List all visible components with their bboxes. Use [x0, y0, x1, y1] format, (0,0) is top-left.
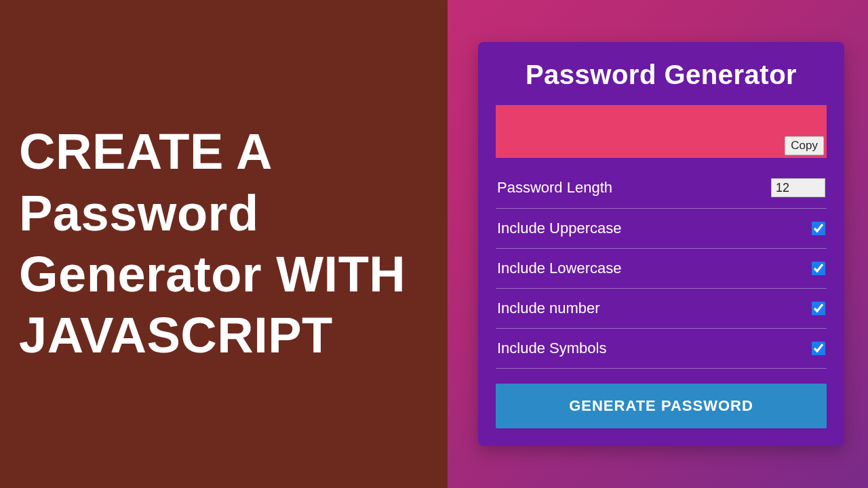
row-length: Password Length [496, 167, 827, 209]
row-lowercase: Include Lowercase [496, 249, 827, 289]
uppercase-checkbox[interactable] [812, 222, 825, 235]
number-label: Include number [497, 300, 600, 317]
uppercase-label: Include Uppercase [497, 220, 621, 237]
length-input[interactable] [771, 178, 825, 197]
generator-card: Password Generator Copy Password Length … [478, 42, 844, 446]
row-number: Include number [496, 289, 827, 329]
symbols-label: Include Symbols [497, 340, 606, 357]
right-panel: Password Generator Copy Password Length … [448, 0, 868, 488]
left-panel: CREATE A Password Generator WITH JAVASCR… [0, 0, 448, 488]
symbols-checkbox[interactable] [812, 342, 825, 355]
copy-button[interactable]: Copy [785, 136, 824, 155]
password-output: Copy [496, 105, 827, 158]
lowercase-checkbox[interactable] [812, 262, 825, 275]
length-label: Password Length [497, 179, 612, 197]
row-symbols: Include Symbols [496, 329, 827, 369]
page: CREATE A Password Generator WITH JAVASCR… [0, 0, 868, 488]
generate-button[interactable]: GENERATE PASSWORD [496, 384, 827, 428]
card-title: Password Generator [496, 60, 827, 90]
lowercase-label: Include Lowercase [497, 260, 621, 277]
number-checkbox[interactable] [812, 302, 825, 315]
row-uppercase: Include Uppercase [496, 209, 827, 249]
headline-text: CREATE A Password Generator WITH JAVASCR… [19, 121, 434, 366]
